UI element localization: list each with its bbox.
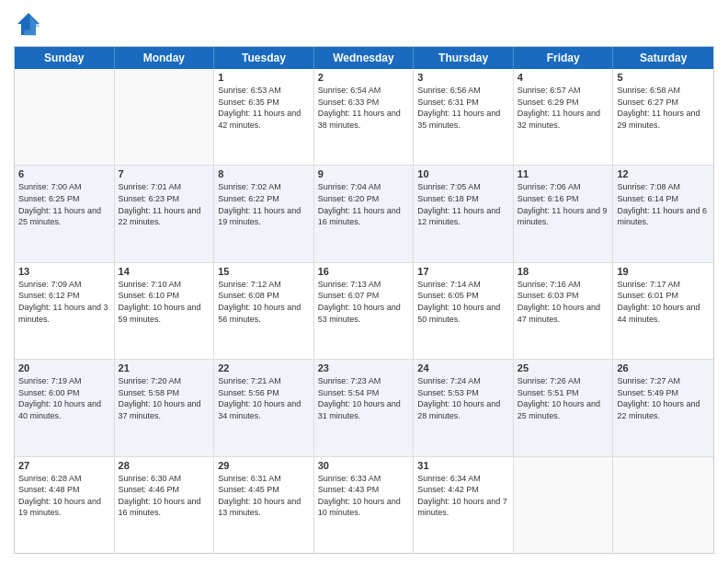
day-number: 24 (417, 362, 509, 373)
day-number: 9 (318, 168, 410, 179)
day-info: Sunrise: 6:30 AM Sunset: 4:46 PM Dayligh… (119, 473, 210, 519)
calendar-cell: 25Sunrise: 7:26 AM Sunset: 5:51 PM Dayli… (514, 360, 614, 455)
calendar-row: 13Sunrise: 7:09 AM Sunset: 6:12 PM Dayli… (15, 263, 713, 360)
day-number: 29 (218, 460, 310, 471)
day-number: 13 (18, 266, 110, 277)
day-number: 27 (18, 460, 110, 471)
day-info: Sunrise: 7:14 AM Sunset: 6:05 PM Dayligh… (417, 279, 509, 325)
calendar-row: 20Sunrise: 7:19 AM Sunset: 6:00 PM Dayli… (15, 360, 713, 456)
calendar-cell: 26Sunrise: 7:27 AM Sunset: 5:49 PM Dayli… (613, 360, 713, 455)
cal-header-day: Saturday (613, 47, 713, 69)
day-number: 4 (518, 72, 609, 83)
day-info: Sunrise: 7:16 AM Sunset: 6:03 PM Dayligh… (518, 279, 609, 325)
cal-header-day: Friday (514, 47, 614, 69)
calendar-cell: 19Sunrise: 7:17 AM Sunset: 6:01 PM Dayli… (613, 263, 713, 359)
calendar-body: 1Sunrise: 6:53 AM Sunset: 6:35 PM Daylig… (15, 69, 713, 553)
day-number: 19 (617, 266, 710, 277)
calendar-cell: 8Sunrise: 7:02 AM Sunset: 6:22 PM Daylig… (214, 166, 314, 261)
day-number: 2 (318, 72, 410, 83)
day-info: Sunrise: 7:19 AM Sunset: 6:00 PM Dayligh… (18, 375, 110, 421)
calendar-cell: 3Sunrise: 6:56 AM Sunset: 6:31 PM Daylig… (414, 69, 514, 165)
day-number: 31 (417, 460, 509, 471)
day-info: Sunrise: 7:23 AM Sunset: 5:54 PM Dayligh… (318, 375, 410, 421)
day-info: Sunrise: 6:34 AM Sunset: 4:42 PM Dayligh… (417, 473, 509, 519)
day-info: Sunrise: 6:28 AM Sunset: 4:48 PM Dayligh… (18, 473, 110, 519)
day-number: 25 (518, 362, 609, 373)
calendar-cell: 20Sunrise: 7:19 AM Sunset: 6:00 PM Dayli… (15, 360, 115, 455)
calendar-cell: 6Sunrise: 7:00 AM Sunset: 6:25 PM Daylig… (15, 166, 115, 261)
calendar-cell: 14Sunrise: 7:10 AM Sunset: 6:10 PM Dayli… (115, 263, 215, 359)
day-info: Sunrise: 7:00 AM Sunset: 6:25 PM Dayligh… (18, 181, 110, 227)
calendar-row: 27Sunrise: 6:28 AM Sunset: 4:48 PM Dayli… (15, 457, 713, 553)
day-number: 22 (218, 362, 310, 373)
day-info: Sunrise: 7:09 AM Sunset: 6:12 PM Dayligh… (18, 279, 110, 325)
day-number: 26 (617, 362, 710, 373)
calendar-cell: 7Sunrise: 7:01 AM Sunset: 6:23 PM Daylig… (115, 166, 215, 261)
day-info: Sunrise: 7:26 AM Sunset: 5:51 PM Dayligh… (518, 375, 609, 421)
day-info: Sunrise: 6:31 AM Sunset: 4:45 PM Dayligh… (218, 473, 310, 519)
calendar-cell: 12Sunrise: 7:08 AM Sunset: 6:14 PM Dayli… (613, 166, 713, 261)
calendar-cell: 9Sunrise: 7:04 AM Sunset: 6:20 PM Daylig… (314, 166, 415, 261)
day-info: Sunrise: 6:54 AM Sunset: 6:33 PM Dayligh… (318, 85, 410, 131)
calendar-cell: 21Sunrise: 7:20 AM Sunset: 5:58 PM Dayli… (115, 360, 215, 455)
day-info: Sunrise: 7:21 AM Sunset: 5:56 PM Dayligh… (218, 375, 310, 421)
calendar-cell: 27Sunrise: 6:28 AM Sunset: 4:48 PM Dayli… (15, 457, 115, 553)
day-number: 7 (119, 168, 210, 179)
calendar-cell: 15Sunrise: 7:12 AM Sunset: 6:08 PM Dayli… (214, 263, 314, 359)
page: SundayMondayTuesdayWednesdayThursdayFrid… (0, 0, 728, 563)
logo (14, 9, 47, 39)
day-number: 8 (218, 168, 310, 179)
day-info: Sunrise: 7:20 AM Sunset: 5:58 PM Dayligh… (119, 375, 210, 421)
day-info: Sunrise: 6:58 AM Sunset: 6:27 PM Dayligh… (617, 85, 710, 131)
cal-header-day: Wednesday (314, 47, 415, 69)
calendar-cell: 31Sunrise: 6:34 AM Sunset: 4:42 PM Dayli… (414, 457, 514, 553)
calendar-cell: 2Sunrise: 6:54 AM Sunset: 6:33 PM Daylig… (314, 69, 415, 165)
day-info: Sunrise: 7:13 AM Sunset: 6:07 PM Dayligh… (318, 279, 410, 325)
calendar-cell: 10Sunrise: 7:05 AM Sunset: 6:18 PM Dayli… (414, 166, 514, 261)
day-number: 21 (119, 362, 210, 373)
day-number: 1 (218, 72, 310, 83)
calendar-row: 6Sunrise: 7:00 AM Sunset: 6:25 PM Daylig… (15, 166, 713, 262)
day-info: Sunrise: 6:56 AM Sunset: 6:31 PM Dayligh… (417, 85, 509, 131)
calendar-cell: 16Sunrise: 7:13 AM Sunset: 6:07 PM Dayli… (314, 263, 415, 359)
calendar-cell: 28Sunrise: 6:30 AM Sunset: 4:46 PM Dayli… (115, 457, 215, 553)
day-number: 15 (218, 266, 310, 277)
day-number: 17 (417, 266, 509, 277)
calendar-cell: 30Sunrise: 6:33 AM Sunset: 4:43 PM Dayli… (314, 457, 415, 553)
day-number: 14 (119, 266, 210, 277)
cal-header-day: Monday (115, 47, 215, 69)
calendar-cell (115, 69, 215, 165)
calendar-cell: 24Sunrise: 7:24 AM Sunset: 5:53 PM Dayli… (414, 360, 514, 455)
calendar-cell: 18Sunrise: 7:16 AM Sunset: 6:03 PM Dayli… (514, 263, 614, 359)
day-number: 30 (318, 460, 410, 471)
day-info: Sunrise: 7:06 AM Sunset: 6:16 PM Dayligh… (518, 181, 609, 227)
calendar-cell: 29Sunrise: 6:31 AM Sunset: 4:45 PM Dayli… (214, 457, 314, 553)
day-number: 20 (18, 362, 110, 373)
day-number: 6 (18, 168, 110, 179)
day-info: Sunrise: 7:02 AM Sunset: 6:22 PM Dayligh… (218, 181, 310, 227)
calendar-cell (15, 69, 115, 165)
day-number: 5 (617, 72, 710, 83)
calendar-row: 1Sunrise: 6:53 AM Sunset: 6:35 PM Daylig… (15, 69, 713, 166)
logo-icon (14, 9, 43, 39)
calendar-cell: 1Sunrise: 6:53 AM Sunset: 6:35 PM Daylig… (214, 69, 314, 165)
day-number: 11 (518, 168, 609, 179)
day-info: Sunrise: 6:33 AM Sunset: 4:43 PM Dayligh… (318, 473, 410, 519)
calendar-cell (613, 457, 713, 553)
day-info: Sunrise: 7:04 AM Sunset: 6:20 PM Dayligh… (318, 181, 410, 227)
day-info: Sunrise: 7:08 AM Sunset: 6:14 PM Dayligh… (617, 181, 710, 227)
day-number: 16 (318, 266, 410, 277)
day-number: 10 (417, 168, 509, 179)
day-info: Sunrise: 7:12 AM Sunset: 6:08 PM Dayligh… (218, 279, 310, 325)
cal-header-day: Tuesday (214, 47, 314, 69)
day-info: Sunrise: 7:01 AM Sunset: 6:23 PM Dayligh… (119, 181, 210, 227)
day-number: 18 (518, 266, 609, 277)
day-info: Sunrise: 7:27 AM Sunset: 5:49 PM Dayligh… (617, 375, 710, 421)
calendar-header: SundayMondayTuesdayWednesdayThursdayFrid… (15, 47, 713, 69)
header (14, 9, 714, 39)
day-number: 23 (318, 362, 410, 373)
day-info: Sunrise: 6:57 AM Sunset: 6:29 PM Dayligh… (518, 85, 609, 131)
calendar: SundayMondayTuesdayWednesdayThursdayFrid… (14, 46, 714, 554)
calendar-cell: 11Sunrise: 7:06 AM Sunset: 6:16 PM Dayli… (514, 166, 614, 261)
cal-header-day: Sunday (15, 47, 115, 69)
